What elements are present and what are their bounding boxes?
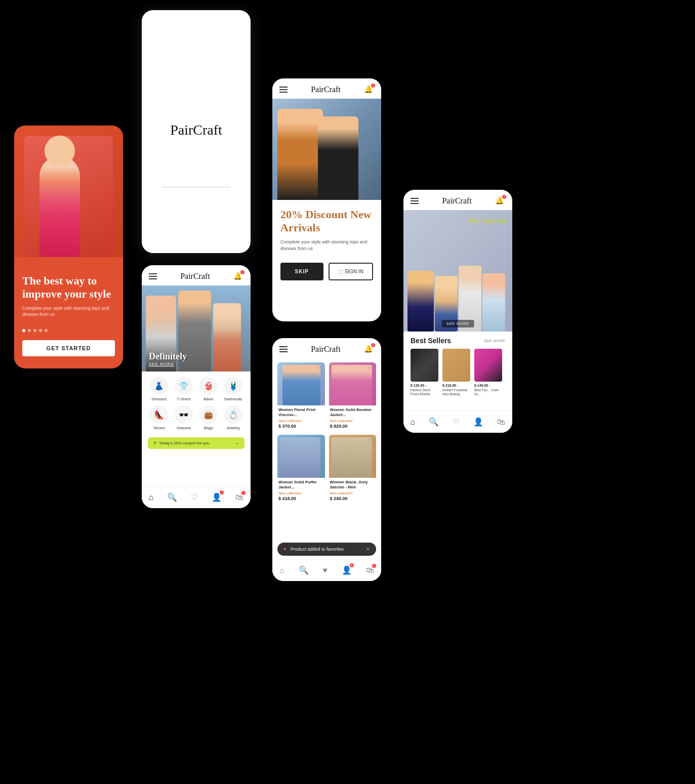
screen6-nav-search-icon[interactable]: 🔍 — [429, 417, 439, 427]
nav-home-icon[interactable]: ⌂ — [149, 493, 154, 502]
screen3-see-more[interactable]: SEE MORE — [149, 362, 187, 366]
product-collection-2: New collection — [330, 419, 376, 423]
dot-2[interactable] — [28, 329, 31, 332]
product-price-2: $ 820.00 — [330, 424, 376, 429]
screen4-description: Complete your style with stunning tops a… — [280, 239, 373, 253]
seller-card-2[interactable]: $ 218.00 - Golden Footwear Nice Beauty — [442, 349, 470, 397]
screen4-discount-title: 20% Discount New Arrivals — [280, 208, 373, 235]
screen4-hero-image — [272, 99, 381, 200]
hero-person-3 — [213, 303, 241, 372]
category-jewelry[interactable]: 💍 Jewelry — [223, 405, 243, 430]
product-card-2[interactable]: ♡ Women Solid Bomber Jacket... New colle… — [329, 362, 377, 431]
get-started-button[interactable]: GET STARTED — [22, 340, 115, 356]
nav-favorites-icon[interactable]: ♡ — [191, 492, 198, 502]
seller-image-3 — [474, 349, 502, 382]
glasses-icon: 🕶️ — [175, 405, 193, 424]
coupon-icon: ⏱ — [153, 441, 157, 445]
screen6-nav-profile-icon[interactable]: 👤 — [473, 417, 483, 427]
screen3-hero-title: Definitely — [149, 351, 187, 362]
screen6-bottom-nav: ⌂ 🔍 ♡ 👤 🛍 — [403, 410, 512, 433]
screen6-notification-icon[interactable]: 2 — [495, 196, 505, 206]
product-image-3: ♡ — [277, 435, 325, 478]
screen3-category-grid: 👗 Dresses 👕 T-Shirts 👙 Bikini 🩱 Swimsuit… — [142, 372, 251, 435]
category-tshirts[interactable]: 👕 T-Shirts — [174, 377, 194, 401]
dot-3[interactable] — [33, 329, 36, 332]
hero-group-person-4 — [482, 273, 505, 332]
seller-image-1 — [411, 349, 438, 382]
wishlist-icon-1[interactable]: ♡ — [316, 365, 322, 373]
screen4-notification-icon[interactable]: 2 — [364, 85, 374, 95]
nav-profile-icon[interactable]: 👤2 — [212, 492, 222, 502]
screen6-nav-home-icon[interactable]: ⌂ — [411, 418, 416, 427]
product-grid: ♡ Women Floral Print Viscose... New coll… — [272, 358, 381, 507]
seller-card-3[interactable]: $ 149.00 - Best Fas... Color Gr... — [474, 349, 502, 397]
screen6-hamburger-icon[interactable] — [411, 198, 419, 204]
screen6-best-sellers: PairCraft 2 New Arrival SEE MORE Best Se… — [403, 190, 512, 433]
sellers-header: Best Sellers SEE MORE — [411, 337, 505, 345]
screen2-logo-splash: PairCraft — [142, 10, 251, 253]
coupon-bar[interactable]: ⏱ Today's 20% coupon for you → — [148, 437, 244, 449]
hero-see-more-button[interactable]: SEE MORE — [441, 320, 474, 327]
best-sellers-title: Best Sellers — [411, 337, 451, 345]
screen5-nav-cart-icon[interactable]: 🛍1 — [366, 566, 374, 575]
dresses-icon: 👗 — [150, 377, 168, 395]
wishlist-icon-3[interactable]: ♡ — [316, 438, 322, 445]
screen5-nav-home-icon[interactable]: ⌂ — [279, 566, 284, 575]
seller-name-2: Golden Footwear Nice Beauty — [442, 388, 470, 397]
coupon-arrow-icon: → — [234, 440, 239, 446]
screen5-nav-favorites-icon[interactable]: ♥ — [323, 566, 328, 575]
screen6-header: PairCraft 2 — [403, 190, 512, 210]
product-collection-4: New collection — [330, 491, 376, 495]
glasses-label: Glasses — [177, 426, 191, 430]
nav-cart-icon[interactable]: 🛍1 — [235, 493, 243, 502]
category-dresses[interactable]: 👗 Dresses — [149, 377, 170, 401]
sellers-scroll: $ 120.00 - Factory Store Force Athletic … — [411, 349, 505, 397]
screen5-notification-icon[interactable]: 2 — [364, 344, 374, 354]
product-card-3[interactable]: ♡ Women Solid Puffer Jacket... New colle… — [277, 435, 325, 503]
wishlist-icon-2[interactable]: ♡ — [367, 365, 373, 373]
tshirts-icon: 👕 — [175, 377, 193, 395]
screen4-content: 20% Discount New Arrivals Complete your … — [272, 200, 381, 280]
dot-4[interactable] — [39, 329, 42, 332]
hamburger-icon[interactable] — [149, 273, 157, 279]
category-swimsuits[interactable]: 🩱 Swimsuits — [223, 377, 243, 401]
seller-card-1[interactable]: $ 120.00 - Factory Store Force Athletic — [411, 349, 438, 397]
skip-button[interactable]: SKIP — [280, 263, 323, 280]
category-bikini[interactable]: 👙 Bikini — [198, 377, 219, 401]
screen6-hero-banner: New Arrival SEE MORE — [403, 210, 512, 332]
coupon-text: ⏱ Today's 20% coupon for you — [153, 441, 210, 445]
screen3-brand-logo: PairCraft — [180, 272, 210, 281]
category-shoes[interactable]: 👠 Shoes — [149, 405, 170, 430]
toast-close-icon[interactable]: ✕ — [366, 547, 370, 552]
screen5-nav-search-icon[interactable]: 🔍 — [299, 565, 309, 575]
toast-text: ♥ Product added to favorites — [283, 547, 344, 552]
dot-5[interactable] — [45, 329, 48, 332]
hero-group-person-1 — [407, 271, 434, 332]
screen5-hamburger-icon[interactable] — [279, 346, 288, 352]
seller-image-2 — [442, 349, 470, 382]
product-card-4[interactable]: ♡ Women Black, Grey Satchel - Mini New c… — [329, 435, 377, 503]
wishlist-icon-4[interactable]: ♡ — [367, 438, 373, 445]
seller-name-1: Factory Store Force Athletic — [411, 388, 438, 397]
screen3-notification-icon[interactable]: 2 — [233, 271, 243, 281]
screen3-hero-banner: Definitely SEE MORE — [142, 285, 251, 372]
screen4-hamburger-icon[interactable] — [279, 87, 288, 93]
dot-1[interactable] — [22, 329, 25, 332]
product-card-1[interactable]: ♡ Women Floral Print Viscose... New coll… — [277, 362, 325, 431]
signin-button[interactable]: ⬚ SIGN IN — [329, 263, 374, 280]
screen6-nav-favorites-icon[interactable]: ♡ — [453, 417, 460, 427]
screen3-bottom-nav: ⌂ 🔍 ♡ 👤2 🛍1 — [142, 486, 251, 508]
seller-price-1: $ 120.00 - — [411, 384, 438, 387]
product-info-2: Women Solid Bomber Jacket... New collect… — [329, 405, 377, 431]
category-bags[interactable]: 👜 Bags — [198, 405, 219, 430]
screen3-home-feed: PairCraft 2 Definitely SEE MORE 👗 Dresse… — [142, 265, 251, 508]
sellers-see-more-button[interactable]: SEE MORE — [484, 339, 505, 343]
screen4-header: PairCraft 2 — [272, 78, 381, 99]
category-glasses[interactable]: 🕶️ Glasses — [174, 405, 194, 430]
screen6-nav-cart-icon[interactable]: 🛍 — [497, 418, 505, 427]
product-price-1: $ 370.00 — [278, 424, 324, 429]
screen5-nav-profile-icon[interactable]: 👤6 — [342, 565, 352, 575]
product-price-3: $ 418.00 — [278, 496, 324, 501]
tshirts-label: T-Shirts — [177, 397, 191, 401]
nav-search-icon[interactable]: 🔍 — [167, 492, 177, 502]
